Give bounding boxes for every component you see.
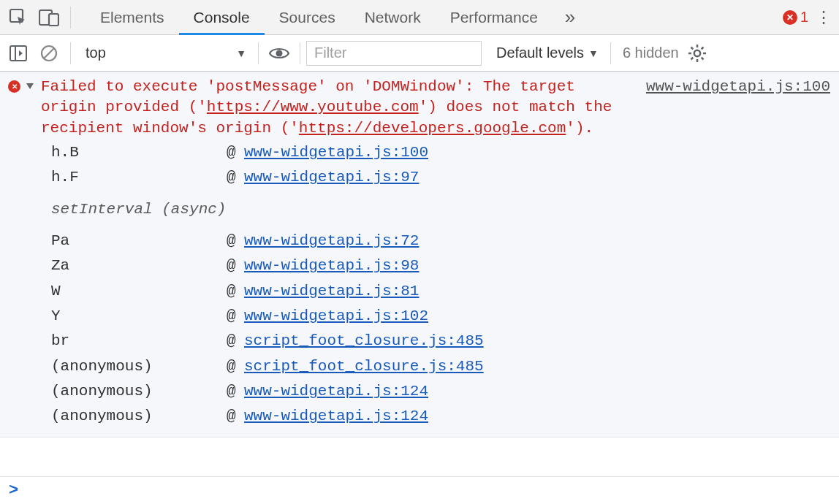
devtools-tabbar: Elements Console Sources Network Perform… [0,0,839,35]
tab-console[interactable]: Console [179,0,265,35]
svg-line-15 [701,47,703,49]
frame-location-link[interactable]: www-widgetapi.js:97 [244,169,419,186]
frame-at: @ [227,256,244,276]
tab-elements[interactable]: Elements [86,0,179,35]
frame-location: www-widgetapi.js:98 [244,256,419,276]
stack-frame-row: (anonymous)@script_foot_closure.js:485 [51,354,830,379]
frame-at: @ [227,356,244,377]
more-options-button[interactable]: ⋮ [813,8,835,27]
svg-line-13 [691,47,693,49]
inspect-icon [9,8,28,27]
origin-link-2[interactable]: https://developers.google.com [299,120,566,137]
frame-location-link[interactable]: www-widgetapi.js:124 [244,408,428,424]
tab-performance[interactable]: Performance [436,0,553,35]
frame-location: www-widgetapi.js:97 [244,167,419,188]
frame-function: h.F [51,167,227,188]
frame-function: h.B [51,142,227,163]
prompt-caret-icon: > [9,481,18,500]
disclosure-triangle-icon[interactable] [26,83,34,89]
frame-function: Pa [51,231,227,251]
svg-rect-2 [49,14,58,26]
frame-at: @ [227,167,244,188]
clear-icon [40,45,58,62]
frame-function: Y [51,306,227,327]
frame-location-link[interactable]: www-widgetapi.js:72 [244,232,419,249]
frame-function: br [51,331,227,351]
error-icon [8,80,20,93]
toggle-sidebar-button[interactable] [3,35,34,72]
frame-location-link[interactable]: www-widgetapi.js:102 [244,308,428,324]
stack-frame-row: h.B@www-widgetapi.js:100 [51,140,830,165]
frame-at: @ [227,406,244,427]
frame-function: Za [51,256,227,276]
svg-rect-3 [10,46,26,61]
device-toggle-button[interactable] [34,0,64,35]
context-label: top [86,45,106,61]
console-controlbar: top ▼ Default levels ▼ 6 hidden [0,35,839,72]
frame-location-link[interactable]: www-widgetapi.js:100 [244,144,428,161]
frame-location: www-widgetapi.js:100 [244,142,428,163]
frame-function: (anonymous) [51,406,227,427]
svg-line-16 [691,57,693,59]
stack-frame-row: Za@www-widgetapi.js:98 [51,253,830,278]
frame-location-link[interactable]: www-widgetapi.js:81 [244,283,419,299]
tab-sources[interactable]: Sources [265,0,350,35]
separator [258,42,259,64]
stack-frames-after-async: Pa@www-widgetapi.js:72Za@www-widgetapi.j… [9,227,830,431]
console-prompt[interactable]: > [0,476,839,504]
separator [610,42,611,64]
stack-frame-row: Pa@www-widgetapi.js:72 [51,229,830,253]
stack-frames-before-async: h.B@www-widgetapi.js:100h.F@www-widgetap… [9,139,830,192]
inspect-element-button[interactable] [3,0,34,35]
frame-at: @ [227,281,244,302]
stack-frame-row: (anonymous)@www-widgetapi.js:124 [51,379,830,404]
source-link[interactable]: www-widgetapi.js:100 [646,78,830,95]
error-count-badge[interactable]: 1 [783,9,808,26]
stack-frame-row: h.F@www-widgetapi.js:97 [51,165,830,190]
frame-location-link[interactable]: www-widgetapi.js:124 [244,383,428,400]
error-text: Failed to execute 'postMessage' on 'DOMW… [34,77,631,139]
separator [70,42,71,64]
chevron-down-icon: ▼ [588,47,599,59]
frame-at: @ [227,231,244,251]
tab-network[interactable]: Network [350,0,436,35]
origin-link-1[interactable]: https://www.youtube.com [207,99,419,115]
chevron-down-icon: ▼ [236,47,246,59]
frame-location: www-widgetapi.js:124 [244,406,428,427]
levels-label: Default levels [496,45,584,61]
tabs-overflow-button[interactable]: » [553,0,588,35]
stack-frame-row: br@script_foot_closure.js:485 [51,329,830,354]
sidebar-icon [10,45,27,61]
frame-at: @ [227,381,244,402]
svg-point-7 [276,50,283,56]
hidden-messages-count[interactable]: 6 hidden [623,45,679,61]
gear-icon [688,44,707,63]
frame-at: @ [227,306,244,327]
frame-location: www-widgetapi.js:124 [244,381,428,402]
svg-point-8 [694,50,699,56]
frame-location: www-widgetapi.js:102 [244,306,428,327]
frame-function: (anonymous) [51,356,227,377]
clear-console-button[interactable] [34,35,64,72]
stack-frame-row: (anonymous)@www-widgetapi.js:124 [51,404,830,429]
message-source: www-widgetapi.js:100 [646,77,830,139]
filter-input[interactable] [306,41,482,66]
frame-location: www-widgetapi.js:81 [244,281,419,302]
frame-location-link[interactable]: script_foot_closure.js:485 [244,358,484,375]
log-levels-select[interactable]: Default levels ▼ [490,41,604,66]
frame-location-link[interactable]: script_foot_closure.js:485 [244,332,484,349]
stack-frame-row: Y@www-widgetapi.js:102 [51,304,830,329]
eye-icon [268,46,290,61]
console-settings-button[interactable] [685,35,710,72]
frame-location: script_foot_closure.js:485 [244,331,484,351]
stack-frame-row: W@www-widgetapi.js:81 [51,279,830,304]
kebab-icon: ⋮ [816,8,832,26]
execution-context-select[interactable]: top ▼ [77,41,252,66]
frame-at: @ [227,331,244,351]
frame-location-link[interactable]: www-widgetapi.js:98 [244,257,419,274]
console-error-message[interactable]: Failed to execute 'postMessage' on 'DOMW… [0,72,839,438]
error-count: 1 [800,9,808,26]
console-output: Failed to execute 'postMessage' on 'DOMW… [0,72,839,476]
live-expression-button[interactable] [265,35,294,72]
frame-at: @ [227,142,244,163]
